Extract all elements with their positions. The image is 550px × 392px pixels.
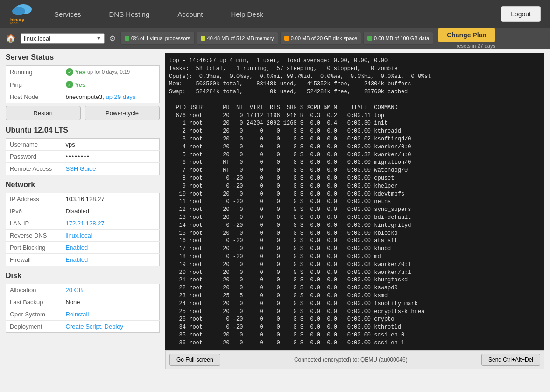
ssh-guide-link[interactable]: SSH Guide (66, 165, 96, 172)
deploy-link[interactable]: Deploy (105, 323, 123, 330)
memory-resource: 40.48 MB of 512 MB memory (197, 32, 278, 45)
resource-bars: 0% of 1 virtual processors 40.48 MB of 5… (120, 32, 433, 45)
table-row: Firewall Enabled (6, 254, 160, 266)
reverse-dns-label: Reverse DNS (6, 230, 62, 242)
deployment-value: Create Script, Deploy (62, 321, 160, 333)
firewall-value: Enabled (62, 254, 160, 266)
oper-system-value: Reinstall (62, 308, 160, 321)
firewall-link[interactable]: Enabled (66, 256, 88, 263)
ping-yes: Yes (75, 81, 85, 88)
running-uptime: up for 0 days, 0:19 (87, 69, 130, 75)
nav-dns-hosting[interactable]: DNS Hosting (109, 8, 150, 20)
port-blocking-label: Port Blocking (6, 242, 62, 254)
restart-button[interactable]: Restart (6, 106, 81, 120)
os-title: Ubuntu 12.04 LTS (6, 126, 160, 134)
cpu-label: 0% of 1 virtual processors (131, 35, 190, 41)
ping-label: Ping (6, 78, 62, 91)
network-title: Network (6, 181, 160, 189)
username-value: vps (62, 139, 160, 151)
data-resource: 0.00 MB of 100 GB data (363, 32, 433, 45)
nav-help-desk[interactable]: Help Desk (231, 8, 263, 20)
logo-icon: binary lane. (9, 4, 33, 24)
table-row: Allocation 20 GB (6, 284, 160, 296)
running-check-icon: ✓ (66, 68, 73, 76)
network-table: IP Address 103.16.128.27 IPv6 Disabled L… (6, 193, 160, 266)
port-blocking-link[interactable]: Enabled (66, 244, 88, 251)
password-value: •••••••• (62, 151, 160, 163)
disk-title: Disk (6, 272, 160, 280)
reinstall-link[interactable]: Reinstall (66, 311, 89, 318)
deployment-label: Deployment (6, 321, 62, 333)
terminal[interactable]: top - 14:46:07 up 4 min, 1 user, load av… (165, 53, 544, 350)
host-node-uptime[interactable]: up 29 days (106, 93, 136, 100)
nav-services[interactable]: Services (54, 8, 81, 20)
action-buttons: Restart Power-cycle (6, 106, 160, 120)
remote-access-value: SSH Guide (62, 163, 160, 175)
logo-area: binary lane. (9, 4, 35, 24)
header: binary lane. Services DNS Hosting Accoun… (0, 0, 550, 28)
memory-dot (201, 36, 205, 41)
disk-table: Allocation 20 GB Last Backup None Oper S… (6, 284, 160, 333)
os-table: Username vps Password •••••••• Remote Ac… (6, 138, 160, 175)
change-plan-button[interactable]: Change Plan (438, 28, 495, 42)
console-footer: Go Full-screen Connected (encrypted) to:… (165, 350, 544, 369)
table-row: Host Node bnecompute3, up 29 days (6, 91, 160, 103)
server-select[interactable]: linux.local ▼ (21, 33, 105, 44)
remote-access-label: Remote Access (6, 163, 62, 175)
running-value: ✓ Yes up for 0 days, 0:19 (62, 66, 160, 78)
server-name: linux.local (24, 35, 96, 42)
running-status: ✓ Yes up for 0 days, 0:19 (66, 68, 156, 76)
send-ctrl-alt-del-button[interactable]: Send Ctrl+Alt+Del (481, 354, 540, 366)
toolbar-right: Change Plan resets in 27 days (438, 28, 495, 49)
main-content: Server Status Running ✓ Yes up for 0 day… (0, 49, 550, 374)
allocation-label: Allocation (6, 284, 62, 296)
reverse-dns-value: linux.local (62, 230, 160, 242)
table-row: Oper System Reinstall (6, 308, 160, 321)
username-label: Username (6, 139, 62, 151)
nav-account[interactable]: Account (177, 8, 203, 20)
reverse-dns-link[interactable]: linux.local (66, 232, 92, 239)
gear-icon[interactable]: ⚙ (109, 34, 116, 43)
table-row: Ping ✓ Yes (6, 78, 160, 91)
lan-ip-label: LAN IP (6, 217, 62, 230)
disk-resource: 0.00 MB of 20 GB disk space (280, 32, 361, 45)
table-row: IP Address 103.16.128.27 (6, 193, 160, 205)
server-status-title: Server Status (6, 53, 160, 62)
host-node-value: bnecompute3, up 29 days (62, 91, 160, 103)
console-area: top - 14:46:07 up 4 min, 1 user, load av… (165, 53, 544, 369)
console-status: Connected (encrypted) to: QEMU (au000046… (224, 357, 478, 363)
disk-label: 0.00 MB of 20 GB disk space (291, 35, 357, 41)
memory-label: 40.48 MB of 512 MB memory (207, 35, 274, 41)
power-cycle-button[interactable]: Power-cycle (85, 106, 160, 120)
resets-text: resets in 27 days (457, 43, 495, 49)
main-nav: Services DNS Hosting Account Help Desk (54, 8, 501, 20)
table-row: Remote Access SSH Guide (6, 163, 160, 175)
running-yes: Yes (75, 69, 85, 76)
table-row: Last Backup None (6, 296, 160, 308)
last-backup-label: Last Backup (6, 296, 62, 308)
go-fullscreen-button[interactable]: Go Full-screen (169, 354, 220, 366)
table-row: Port Blocking Enabled (6, 242, 160, 254)
firewall-label: Firewall (6, 254, 62, 266)
svg-text:lane.: lane. (10, 21, 19, 24)
running-label: Running (6, 66, 62, 78)
port-blocking-value: Enabled (62, 242, 160, 254)
table-row: Deployment Create Script, Deploy (6, 321, 160, 333)
password-label: Password (6, 151, 62, 163)
data-dot (367, 36, 372, 41)
data-label: 0.00 MB of 100 GB data (374, 35, 429, 41)
cpu-resource: 0% of 1 virtual processors (120, 32, 195, 45)
allocation-link[interactable]: 20 GB (66, 287, 83, 294)
dropdown-arrow-icon[interactable]: ▼ (96, 35, 101, 41)
ip-address-value: 103.16.128.27 (62, 193, 160, 205)
table-row: IPv6 Disabled (6, 205, 160, 217)
logout-button[interactable]: Logout (501, 6, 541, 22)
host-node-name: bnecompute3, (66, 93, 104, 100)
home-icon[interactable]: 🏠 (6, 33, 16, 43)
create-script-link[interactable]: Create Script (66, 323, 101, 330)
ipv6-label: IPv6 (6, 205, 62, 217)
table-row: Reverse DNS linux.local (6, 230, 160, 242)
sidebar: Server Status Running ✓ Yes up for 0 day… (6, 53, 160, 369)
lan-ip-link[interactable]: 172.21.128.27 (66, 220, 105, 227)
lan-ip-value: 172.21.128.27 (62, 217, 160, 230)
